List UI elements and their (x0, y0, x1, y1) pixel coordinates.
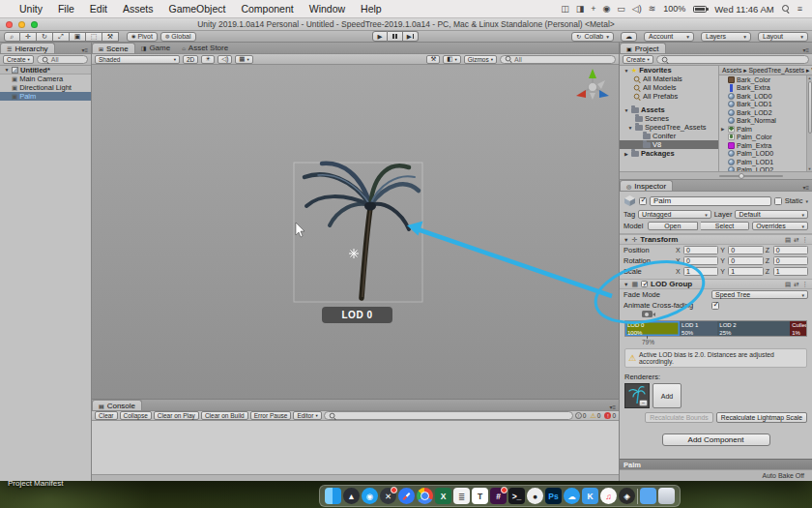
game-tab[interactable]: ◨Game (135, 43, 176, 53)
status-icon[interactable]: ◁) (632, 4, 642, 14)
zoom-window-button[interactable] (31, 21, 38, 28)
add-component-button[interactable]: Add Component (662, 433, 770, 446)
docs-icon[interactable]: ▤ (785, 236, 791, 244)
breadcrumb[interactable]: Assets ▸ SpeedTree_Assets ▸ V8 (719, 66, 812, 75)
notification-center-icon[interactable]: ≡ (798, 4, 802, 14)
model-select-button[interactable]: Select (701, 222, 750, 230)
scene-search-input[interactable]: All (500, 55, 616, 64)
favorite-item[interactable]: All Materials (620, 75, 718, 83)
shading-mode-dropdown[interactable]: Shaded▾ (95, 55, 180, 64)
lodgroup-component-header[interactable]: ▼▦ LOD Group ▤⇄⋮ (620, 279, 812, 289)
menubar-item[interactable]: Edit (82, 3, 115, 15)
preset-icon[interactable]: ⇄ (794, 281, 798, 288)
dock-icon[interactable] (398, 488, 415, 504)
preset-icon[interactable]: ⇄ (794, 236, 798, 244)
file-list-scrollbar[interactable]: ▲ ▼ (806, 75, 812, 171)
project-file-row[interactable]: Bark_Color (719, 75, 806, 84)
lod-bar[interactable]: LOD 1 50% (680, 321, 717, 336)
dock-icon[interactable] (325, 488, 341, 504)
menubar-item[interactable]: Assets (115, 3, 161, 15)
step-button[interactable]: ▶ (403, 31, 419, 42)
project-search-input[interactable] (656, 55, 809, 64)
global-toggle[interactable]: ◍Global (160, 32, 196, 42)
preview-header[interactable]: Palm (620, 459, 812, 469)
active-checkbox[interactable] (639, 197, 647, 205)
console-button[interactable]: Error Pause (250, 411, 292, 420)
z-value-field[interactable]: 0 (773, 256, 808, 265)
transform-tool-button[interactable]: ⬚ (86, 32, 102, 42)
docs-icon[interactable]: ▤ (785, 281, 791, 288)
pivot-toggle[interactable]: ◉Pivot (127, 32, 158, 42)
project-file-row[interactable]: Palm_LOD0 (719, 150, 806, 159)
project-file-row[interactable]: Bark_LOD2 (719, 108, 806, 117)
recalculate-bounds-button[interactable]: Recalculate Bounds (645, 412, 712, 423)
scrollbar-handle[interactable] (808, 81, 812, 134)
thumbnail-size-slider[interactable] (719, 175, 783, 177)
console-tab[interactable]: ▤Console (92, 400, 142, 410)
dock-icon[interactable]: >_ (508, 488, 525, 504)
audio-toggle[interactable]: ◁) (218, 55, 232, 64)
status-icon[interactable]: ▭ (617, 4, 625, 14)
v8-folder-row[interactable]: V8 (620, 140, 718, 149)
scene-viewport[interactable]: LOD 0 (92, 65, 619, 399)
project-file-row[interactable]: Bark_Normal (719, 117, 806, 126)
animate-crossfading-checkbox[interactable] (711, 302, 719, 310)
hierarchy-search-input[interactable]: All (37, 55, 88, 64)
menubar-item[interactable]: GameObject (160, 3, 233, 15)
console-log-area[interactable] (92, 421, 619, 474)
model-overrides-dropdown[interactable]: Overrides▾ (752, 222, 808, 230)
transform-tool-button[interactable]: ⚒ (102, 32, 119, 42)
minimize-window-button[interactable] (18, 21, 25, 28)
z-value-field[interactable]: 0 (773, 246, 808, 254)
dock-icon[interactable]: K (582, 488, 598, 504)
transform-tool-button[interactable]: ↻ (37, 32, 53, 42)
tag-dropdown[interactable]: Untagged▾ (638, 210, 711, 219)
console-panel-menu[interactable]: ▾≡ (609, 403, 619, 410)
menubar-item[interactable]: Component (233, 3, 301, 15)
layers-dropdown[interactable]: Layers▾ (701, 32, 751, 42)
lod-bar[interactable]: LOD 2 25% (717, 321, 790, 336)
gizmos-dropdown[interactable]: Gizmos▾ (464, 55, 497, 64)
foldout-icon[interactable]: ▼ (4, 67, 10, 73)
dock-icon[interactable] (417, 488, 433, 504)
console-button[interactable]: Clear on Build (201, 411, 248, 420)
project-file-row[interactable]: Palm_LOD1 (719, 158, 806, 166)
dock-icon[interactable] (637, 489, 638, 504)
status-icon[interactable]: + (591, 4, 595, 14)
hierarchy-item[interactable]: ▣ Palm (0, 92, 91, 101)
project-create-dropdown[interactable]: Create▾ (623, 55, 653, 64)
status-icon[interactable]: ≋ (649, 4, 656, 14)
dock-icon[interactable]: ◉ (362, 488, 378, 504)
recalculate-lightmap-button[interactable]: Recalculate Lightmap Scale (716, 412, 807, 423)
hierarchy-item[interactable]: ▣ Directional Light (0, 83, 91, 92)
transform-tool-button[interactable]: ✛ (20, 32, 37, 42)
camera-preview-dropdown[interactable]: ◧▾ (443, 55, 460, 64)
transform-tool-button[interactable]: ⌕ (4, 32, 20, 42)
collab-dropdown[interactable]: ↻Collab▾ (571, 32, 614, 42)
menubar-clock[interactable]: Wed 11:46 AM (714, 4, 773, 15)
project-file-row[interactable]: Bark_LOD0 (719, 92, 806, 101)
project-file-row[interactable]: Bark_LOD1 (719, 101, 806, 109)
project-file-row[interactable]: Palm (719, 125, 806, 134)
transform-tool-button[interactable]: ⤢ (53, 32, 70, 42)
remove-renderer-button[interactable]: − (639, 400, 648, 406)
slider-knob[interactable] (739, 173, 744, 179)
status-icon[interactable]: ◉ (602, 4, 610, 14)
info-count[interactable]: !0 (575, 412, 587, 419)
dock-icon[interactable]: Ps (545, 488, 562, 504)
hierarchy-item[interactable]: ▣ Main Camera (0, 75, 91, 83)
transform-component-header[interactable]: ▼✛ Transform ▤⇄⋮ (620, 234, 812, 245)
dock-icon[interactable] (658, 488, 675, 504)
status-icon[interactable]: ◫ (561, 4, 569, 14)
favorite-item[interactable]: All Models (620, 83, 718, 92)
dock-icon[interactable]: ♫ (600, 488, 617, 504)
lod-bar[interactable]: Culled 1% (790, 321, 806, 336)
add-renderer-button[interactable]: Add (652, 383, 682, 408)
inspector-tab[interactable]: ◎Inspector (620, 180, 673, 191)
console-search-input[interactable] (324, 411, 573, 420)
scene-tab[interactable]: ⊞Scene (92, 43, 135, 53)
dock-icon[interactable]: X (435, 488, 451, 504)
spotlight-icon[interactable] (782, 5, 790, 13)
static-checkbox[interactable] (774, 197, 782, 205)
static-dropdown-icon[interactable]: ▾ (805, 198, 808, 204)
